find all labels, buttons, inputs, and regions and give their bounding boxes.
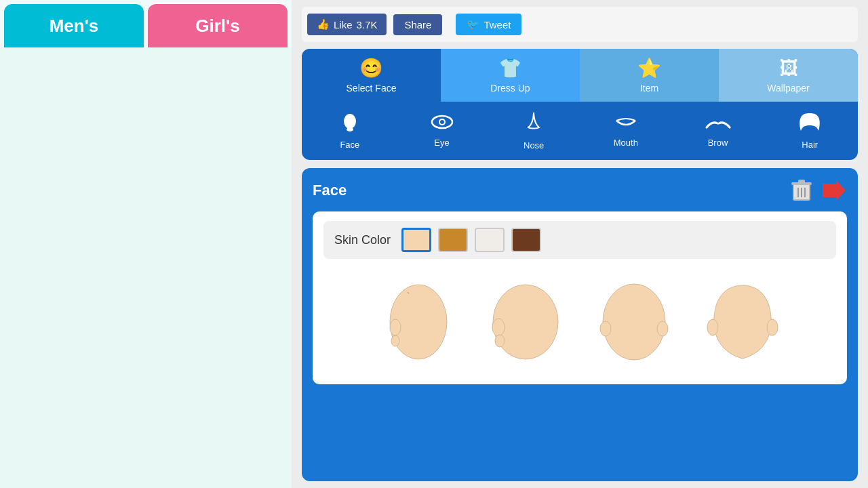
left-panel: Men's Girl's xyxy=(0,0,292,488)
feat-tab-brow-label: Brow xyxy=(708,138,728,148)
skin-swatch-light[interactable] xyxy=(401,228,431,252)
thumbs-up-icon: 👍 xyxy=(317,18,330,30)
face-shape-4[interactable] xyxy=(695,270,790,375)
face-panel-header: Face xyxy=(313,178,847,203)
svg-marker-11 xyxy=(823,180,846,201)
skin-swatch-pale[interactable] xyxy=(475,228,505,252)
share-button[interactable]: Share xyxy=(393,14,442,35)
brow-icon xyxy=(705,114,731,135)
left-content xyxy=(0,47,292,488)
face-shapes xyxy=(323,270,836,375)
mouth-icon xyxy=(614,114,638,135)
feat-tab-eye-label: Eye xyxy=(434,138,449,148)
feat-tab-face[interactable]: Face xyxy=(304,107,395,155)
face-shape-1[interactable] xyxy=(370,270,465,375)
face-panel-title: Face xyxy=(313,182,347,199)
feat-tab-brow[interactable]: Brow xyxy=(673,107,764,155)
skin-color-row: Skin Color xyxy=(323,221,836,259)
tweet-label: Tweet xyxy=(484,19,511,30)
feat-tab-nose-label: Nose xyxy=(524,140,544,150)
dress-up-icon: 👕 xyxy=(498,57,522,79)
like-button[interactable]: 👍 Like 3.7K xyxy=(307,14,387,35)
cat-tab-wallpaper[interactable]: 🖼 Wallpaper xyxy=(719,49,858,102)
trash-button[interactable] xyxy=(789,178,814,203)
hair-icon xyxy=(798,112,821,137)
tab-mens[interactable]: Men's xyxy=(4,4,144,47)
social-bar: 👍 Like 3.7K Share 🐦 Tweet xyxy=(302,7,858,42)
svg-point-0 xyxy=(344,114,356,129)
tweet-button[interactable]: 🐦 Tweet xyxy=(456,14,521,35)
cat-tab-label-item: Item xyxy=(640,83,658,94)
svg-point-21 xyxy=(657,321,668,336)
cat-tab-label-wallpaper: Wallpaper xyxy=(767,83,810,94)
svg-point-4 xyxy=(440,120,444,124)
face-shape-2[interactable] xyxy=(478,270,573,375)
svg-rect-7 xyxy=(798,180,805,183)
nose-icon xyxy=(524,111,543,138)
svg-point-13 xyxy=(390,319,401,336)
face-silhouette-icon xyxy=(340,112,360,137)
category-tabs: 😊 Select Face 👕 Dress Up ⭐ Item 🖼 Wallpa… xyxy=(302,49,858,102)
face-panel-actions xyxy=(789,178,847,203)
cat-tab-select-face[interactable]: 😊 Select Face xyxy=(302,49,441,102)
cat-tab-label-select-face: Select Face xyxy=(347,83,397,94)
feat-tab-face-label: Face xyxy=(340,140,359,150)
select-face-icon: 😊 xyxy=(359,57,383,79)
svg-point-14 xyxy=(391,336,399,346)
skin-swatch-tan[interactable] xyxy=(438,228,468,252)
left-tabs: Men's Girl's xyxy=(0,0,292,47)
skin-color-label: Skin Color xyxy=(334,233,391,247)
feat-tab-mouth[interactable]: Mouth xyxy=(580,107,671,155)
tab-girls[interactable]: Girl's xyxy=(148,4,288,47)
forward-arrow-button[interactable] xyxy=(821,178,847,203)
face-panel: Face xyxy=(302,168,858,481)
feature-tabs: Face Eye Nose xyxy=(302,102,858,160)
cat-tab-label-dress-up: Dress Up xyxy=(490,83,530,94)
like-count: 3.7K xyxy=(357,19,378,30)
item-icon: ⭐ xyxy=(637,57,661,79)
feat-tab-eye[interactable]: Eye xyxy=(397,107,488,155)
svg-point-18 xyxy=(495,335,505,347)
right-panel: 👍 Like 3.7K Share 🐦 Tweet 😊 Select Face … xyxy=(292,0,868,488)
feat-tab-mouth-label: Mouth xyxy=(614,138,638,148)
svg-point-19 xyxy=(603,284,665,360)
skin-swatch-dark[interactable] xyxy=(511,228,541,252)
eye-icon xyxy=(431,114,454,135)
cat-tab-dress-up[interactable]: 👕 Dress Up xyxy=(441,49,580,102)
feat-tab-hair-label: Hair xyxy=(802,140,818,150)
like-label: Like xyxy=(334,19,353,30)
svg-point-20 xyxy=(600,321,611,336)
feat-tab-nose[interactable]: Nose xyxy=(488,107,579,155)
face-shape-3[interactable] xyxy=(587,270,682,375)
cat-tab-item[interactable]: ⭐ Item xyxy=(580,49,719,102)
svg-point-17 xyxy=(492,319,505,336)
feat-tab-hair[interactable]: Hair xyxy=(764,107,855,155)
svg-point-22 xyxy=(707,319,718,336)
wallpaper-icon: 🖼 xyxy=(779,57,798,79)
face-inner: Skin Color xyxy=(313,211,847,384)
svg-point-1 xyxy=(347,127,353,131)
svg-point-23 xyxy=(767,319,778,336)
twitter-icon: 🐦 xyxy=(467,18,479,30)
